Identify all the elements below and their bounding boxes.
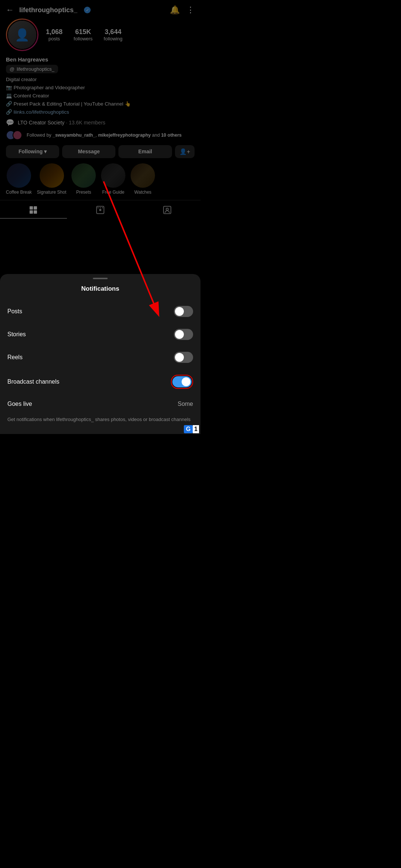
toggle-broadcast[interactable] xyxy=(172,376,192,387)
notification-label-posts: Posts xyxy=(7,308,22,315)
sheet-title: Notifications xyxy=(0,285,200,293)
toggle-reels[interactable] xyxy=(174,352,193,363)
watermark: G 1 xyxy=(182,424,200,434)
notification-row-goes-live: Goes live Some xyxy=(0,395,200,413)
watermark-g: G xyxy=(184,425,193,433)
notification-row-stories: Stories xyxy=(0,323,200,346)
watermark-num: 1 xyxy=(193,425,199,433)
notifications-footer: Get notifications when lifethroughoptics… xyxy=(0,413,200,423)
sheet-handle[interactable] xyxy=(93,278,108,279)
notifications-sheet: Notifications Posts Stories Reels Broadc… xyxy=(0,274,200,434)
notification-row-reels: Reels xyxy=(0,346,200,369)
notification-row-broadcast: Broadcast channels xyxy=(0,369,200,395)
goes-live-value[interactable]: Some xyxy=(178,401,193,407)
broadcast-toggle-wrapper xyxy=(171,375,193,389)
notification-label-stories: Stories xyxy=(7,331,26,338)
toggle-stories[interactable] xyxy=(174,329,193,340)
notification-label-broadcast: Broadcast channels xyxy=(7,378,60,385)
notification-label-reels: Reels xyxy=(7,354,23,361)
toggle-posts[interactable] xyxy=(174,306,193,317)
notification-row-posts: Posts xyxy=(0,300,200,323)
notification-label-goes-live: Goes live xyxy=(7,401,32,407)
